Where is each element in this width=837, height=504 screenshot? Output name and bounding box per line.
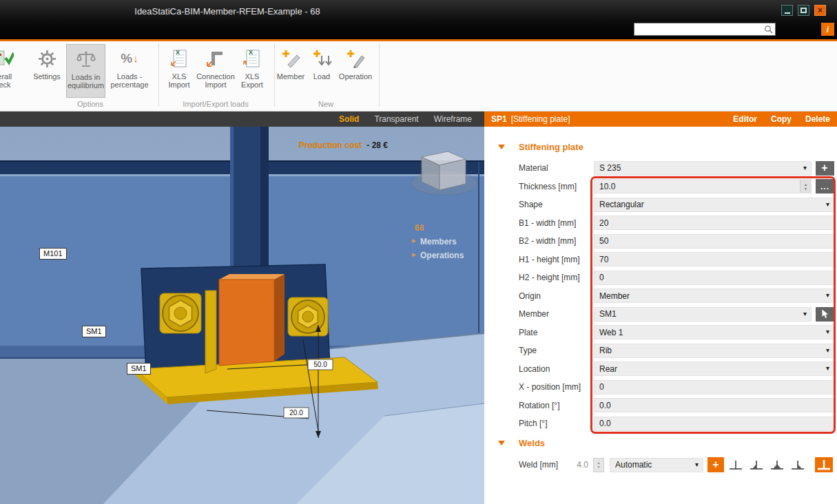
h1-height-input[interactable]: 70 [594, 252, 834, 266]
weld-type-double-fillet-icon [769, 458, 785, 472]
weld-type-fillet-left-button[interactable] [747, 457, 765, 472]
property-label: B1 - width [mm] [519, 218, 594, 228]
add-material-button[interactable] [816, 161, 834, 176]
info-button[interactable]: i [821, 23, 834, 36]
row-weld: Weld [mm] 4.0 Automatic + [484, 456, 837, 474]
weld-type-selected-button[interactable] [815, 457, 833, 472]
xls-export-icon: X [243, 46, 261, 71]
shape-dropdown[interactable]: Rectangular [594, 198, 834, 212]
ribbon-group-import-export: Import/Export loads [160, 100, 271, 108]
settings-button[interactable]: Settings [30, 44, 63, 98]
collapse-triangle-icon[interactable] [498, 441, 505, 445]
weld-size-value: 4.0 [564, 460, 593, 470]
row-h2-height: H2 - height [mm] 0 [484, 269, 837, 287]
weld-type-double-fillet-button[interactable] [768, 457, 786, 472]
section-stiffening-plate: Stiffening plate [484, 142, 837, 156]
member-label[interactable]: SM1 [127, 363, 151, 375]
collapse-triangle-icon[interactable] [498, 145, 505, 149]
weld-mode-dropdown[interactable]: Automatic [610, 458, 703, 472]
ribbon-separator [379, 43, 380, 107]
view-mode-solid[interactable]: Solid [339, 114, 359, 124]
property-label: Thickness [mm] [519, 182, 594, 191]
material-dropdown[interactable]: S 235 [594, 161, 812, 176]
property-panel: Stiffening plate Material S 235 Thicknes… [484, 127, 837, 504]
type-dropdown[interactable]: Rib [594, 344, 834, 358]
row-shape: Shape Rectangular [484, 196, 837, 214]
property-label: Member [519, 309, 594, 319]
loads-percentage-button[interactable]: %↓ Loads - percentage [108, 44, 151, 98]
minimize-button[interactable] [781, 5, 793, 16]
add-weld-button[interactable]: + [707, 457, 724, 472]
view-mode-transparent[interactable]: Transparent [374, 114, 418, 124]
editor-button[interactable]: Editor [733, 114, 757, 124]
thickness-input[interactable]: 10.0 [594, 179, 812, 193]
tree-item-members[interactable]: Members [412, 237, 464, 246]
maximize-icon [800, 8, 807, 13]
pitch-input[interactable]: 0.0 [594, 417, 834, 431]
viewport-mode-bar: Solid Transparent Wireframe [0, 112, 484, 127]
svg-text:X: X [249, 49, 253, 56]
loads-in-equilibrium-button[interactable]: Loads in equilibrium [66, 44, 105, 98]
property-label: B2 - width [mm] [519, 236, 594, 246]
viewport-3d[interactable]: 50.0 20.0 Production cost - 28 € 68 Memb… [0, 127, 484, 504]
location-dropdown[interactable]: Rear [594, 361, 834, 376]
new-load-button[interactable]: Load [308, 44, 335, 98]
overall-check-button[interactable]: verall heck [0, 44, 21, 98]
search-input[interactable] [634, 24, 764, 34]
row-rotation: Rotation [°] 0.0 [484, 397, 837, 415]
tree-item-operations[interactable]: Operations [412, 251, 464, 260]
percent-down-icon: %↓ [121, 46, 138, 71]
new-member-button[interactable]: Member [275, 44, 307, 98]
minimize-icon [785, 12, 790, 14]
weld-type-butt-button[interactable] [727, 457, 745, 472]
member-label[interactable]: SM1 [82, 326, 106, 337]
connection-import-icon [206, 46, 225, 71]
maximize-button[interactable] [798, 5, 809, 16]
panel-header: SP1 [Stiffening plate] Editor Copy Delet… [484, 112, 837, 127]
view-mode-wireframe[interactable]: Wireframe [434, 114, 472, 124]
b1-width-input[interactable]: 20 [594, 216, 834, 230]
close-button[interactable]: × [814, 5, 826, 16]
row-b1-width: B1 - width [mm] 20 [484, 214, 837, 233]
pick-member-button[interactable] [816, 307, 834, 322]
property-label: Origin [519, 291, 594, 301]
search-box [634, 23, 776, 36]
ribbon-separator [158, 43, 159, 107]
property-label: Weld [mm] [519, 460, 564, 470]
plate-dropdown[interactable]: Web 1 [594, 325, 834, 339]
section-welds: Welds [484, 438, 837, 452]
member-dropdown[interactable]: SM1 [594, 307, 812, 322]
window-title: IdeaStatiCa-BIM-Member-RFEM-Example - 68 [103, 6, 351, 17]
production-cost: Production cost - 28 € [299, 140, 388, 150]
copy-button[interactable]: Copy [771, 114, 792, 124]
connection-import-button[interactable]: Connection Import [196, 44, 236, 98]
spinner-icon[interactable] [800, 180, 811, 193]
overall-check-icon [0, 46, 14, 71]
x-position-input[interactable]: 0 [594, 380, 834, 395]
ribbon-group-new: New [276, 100, 376, 108]
rotation-input[interactable]: 0.0 [594, 398, 834, 412]
weld-size-spinner[interactable] [593, 458, 604, 472]
section-title: Stiffening plate [519, 142, 583, 152]
xls-import-button[interactable]: X XLS Import [164, 44, 194, 98]
property-label: Shape [519, 200, 594, 209]
delete-button[interactable]: Delete [805, 114, 830, 124]
dimension-label: 50.0 [313, 361, 327, 368]
weld-type-fillet-right-button[interactable] [789, 457, 807, 472]
origin-dropdown[interactable]: Member [594, 288, 834, 303]
member-label[interactable]: M101 [39, 248, 67, 260]
row-location: Location Rear [484, 360, 837, 379]
h2-height-input[interactable]: 0 [594, 271, 834, 285]
row-b2-width: B2 - width [mm] 50 [484, 232, 837, 251]
row-plate: Plate Web 1 [484, 324, 837, 342]
project-id-overlay: 68 [415, 223, 464, 233]
new-operation-button[interactable]: Operation [337, 44, 374, 98]
more-button[interactable]: ... [816, 179, 834, 193]
add-operation-icon [345, 46, 366, 71]
gear-icon [38, 46, 56, 71]
xls-export-button[interactable]: X XLS Export [237, 44, 267, 98]
property-label: H1 - height [mm] [519, 255, 594, 264]
section-title: Welds [519, 438, 545, 448]
weld-type-fillet-right-icon [789, 458, 806, 472]
b2-width-input[interactable]: 50 [594, 234, 834, 249]
